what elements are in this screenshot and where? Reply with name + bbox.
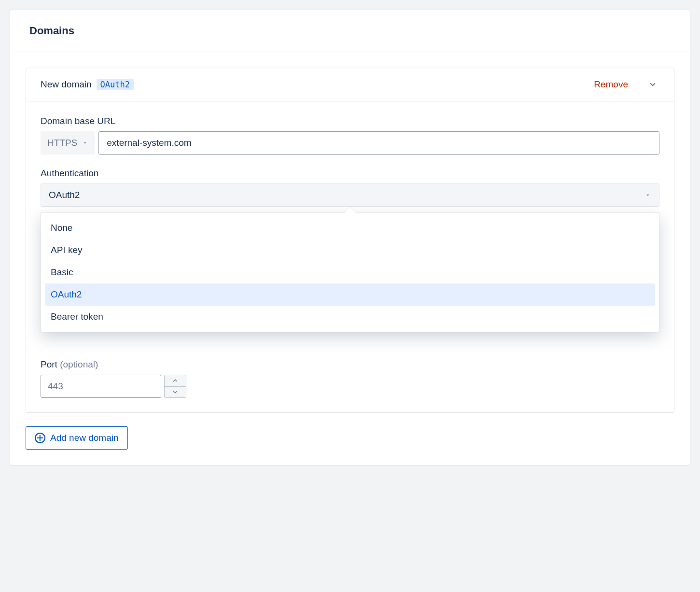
panel-header: Domains — [10, 10, 690, 52]
auth-dropdown: None API key Basic OAuth2 Bearer token — [41, 212, 659, 332]
port-input[interactable] — [41, 375, 161, 398]
domains-panel: Domains New domain OAuth2 Remove Domain … — [10, 10, 690, 465]
auth-badge: OAuth2 — [97, 79, 134, 90]
divider — [638, 78, 638, 91]
caret-down-icon — [644, 192, 651, 198]
auth-option-none[interactable]: None — [45, 217, 655, 239]
add-domain-label: Add new domain — [50, 433, 119, 443]
auth-option-oauth2[interactable]: OAuth2 — [45, 283, 655, 306]
plus-circle-icon — [35, 433, 45, 443]
protocol-select[interactable]: HTTPS — [41, 131, 95, 155]
domain-title: New domain — [41, 79, 92, 90]
collapse-toggle[interactable] — [646, 78, 659, 91]
auth-select[interactable]: OAuth2 — [41, 183, 659, 207]
auth-label: Authentication — [41, 168, 659, 179]
page-title: Domains — [29, 25, 671, 37]
auth-option-bearer[interactable]: Bearer token — [45, 306, 655, 328]
port-step-up[interactable] — [165, 375, 186, 386]
chevron-down-icon — [172, 389, 179, 395]
port-optional-text: (optional) — [60, 359, 98, 369]
domain-card: New domain OAuth2 Remove Domain base URL… — [26, 68, 674, 413]
domain-card-header: New domain OAuth2 Remove — [26, 68, 674, 101]
chevron-up-icon — [172, 377, 179, 384]
base-url-input[interactable] — [98, 131, 659, 155]
auth-option-basic[interactable]: Basic — [45, 261, 655, 283]
chevron-down-icon — [648, 80, 657, 89]
auth-selected-value: OAuth2 — [49, 190, 80, 200]
remove-button[interactable]: Remove — [594, 79, 638, 90]
base-url-label: Domain base URL — [41, 116, 659, 127]
auth-option-apikey[interactable]: API key — [45, 239, 655, 261]
port-stepper — [164, 375, 186, 398]
port-label-text: Port — [41, 359, 57, 369]
caret-down-icon — [82, 140, 88, 146]
protocol-value: HTTPS — [47, 138, 77, 148]
port-step-down[interactable] — [165, 386, 186, 398]
add-domain-button[interactable]: Add new domain — [26, 426, 128, 450]
port-label: Port (optional) — [41, 359, 659, 370]
